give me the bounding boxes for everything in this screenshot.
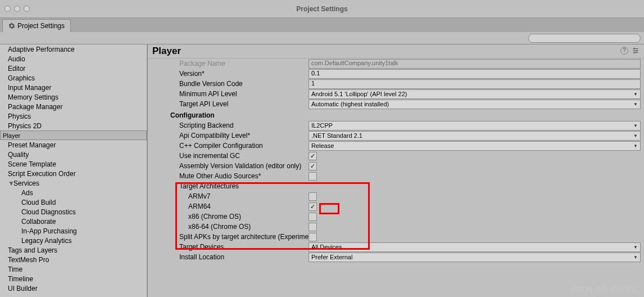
bundle-version-code-label: Bundle Version Code bbox=[179, 80, 309, 88]
mute-other-audio-sources-checkbox[interactable] bbox=[309, 172, 317, 181]
use-incremental-gc-checkbox[interactable]: ✓ bbox=[309, 152, 317, 160]
sidebar-item-quality[interactable]: Quality bbox=[0, 150, 147, 159]
sidebar-item-legacy-analytics[interactable]: Legacy Analytics bbox=[0, 236, 147, 245]
install-location-dropdown[interactable]: Prefer External▼ bbox=[309, 253, 641, 262]
use-incremental-gc-label: Use incremental GC bbox=[179, 152, 309, 160]
x86-label: x86 (Chrome OS) bbox=[188, 213, 309, 220]
chevron-down-icon: ▼ bbox=[633, 255, 638, 260]
traffic-lights bbox=[4, 6, 30, 12]
sidebar-item-collaborate[interactable]: Collaborate bbox=[0, 217, 147, 226]
main-header: Player ? bbox=[148, 44, 644, 58]
sidebar-resize-handle[interactable] bbox=[146, 44, 148, 297]
sidebar-item-services[interactable]: ▼Services bbox=[0, 178, 147, 188]
package-name-field[interactable]: com.DefaultCompany.unity1talk bbox=[309, 59, 641, 69]
chevron-down-icon: ▼ bbox=[633, 245, 638, 250]
main-panel: Player ? Package Name com.DefaultCompany… bbox=[148, 44, 644, 297]
mute-other-audio-sources-label: Mute Other Audio Sources* bbox=[179, 172, 309, 180]
split-apks-checkbox[interactable] bbox=[309, 233, 317, 241]
x86-64-checkbox[interactable] bbox=[309, 223, 317, 231]
toolbar: 🔍 bbox=[0, 32, 644, 44]
target-devices-label: Target Devices bbox=[179, 243, 309, 251]
minimum-api-level-label: Minimum API Level bbox=[179, 90, 309, 98]
x86-checkbox[interactable] bbox=[309, 213, 317, 221]
arm64-checkbox[interactable]: ✓ bbox=[309, 202, 317, 211]
sidebar-item-timeline[interactable]: Timeline bbox=[0, 274, 147, 284]
target-api-level-dropdown[interactable]: Automatic (highest installed)▼ bbox=[309, 100, 641, 109]
x86-64-label: x86-64 (Chrome OS) bbox=[188, 223, 309, 231]
search-input[interactable] bbox=[528, 34, 641, 43]
version-label: Version* bbox=[179, 70, 309, 78]
chevron-down-icon: ▼ bbox=[633, 123, 638, 128]
sidebar-item-textmesh-pro[interactable]: TextMesh Pro bbox=[0, 255, 147, 264]
cpp-compiler-config-dropdown[interactable]: Release▼ bbox=[309, 141, 641, 151]
target-api-level-label: Target API Level bbox=[179, 100, 309, 108]
sidebar-item-ui-builder[interactable]: UI Builder bbox=[0, 284, 147, 293]
sidebar-item-memory-settings[interactable]: Memory Settings bbox=[0, 92, 147, 102]
chevron-down-icon: ▼ bbox=[633, 133, 638, 138]
configuration-section-label: Configuration bbox=[170, 109, 641, 120]
maximize-window-button[interactable] bbox=[24, 6, 30, 12]
sidebar-item-player[interactable]: Player bbox=[0, 130, 147, 140]
chevron-down-icon: ▼ bbox=[633, 102, 638, 107]
sidebar-item-time[interactable]: Time bbox=[0, 264, 147, 274]
page-title: Player bbox=[152, 46, 181, 57]
sidebar-item-editor[interactable]: Editor bbox=[0, 64, 147, 73]
tab-label: Project Settings bbox=[17, 22, 65, 30]
sidebar-item-script-execution-order[interactable]: Script Execution Order bbox=[0, 169, 147, 178]
sidebar-item-preset-manager[interactable]: Preset Manager bbox=[0, 140, 147, 150]
close-window-button[interactable] bbox=[4, 6, 11, 12]
sidebar-item-ads[interactable]: Ads bbox=[0, 188, 147, 197]
install-location-label: Install Location bbox=[179, 253, 309, 261]
scripting-backend-dropdown[interactable]: IL2CPP▼ bbox=[309, 121, 641, 130]
sidebar-item-in-app-purchasing[interactable]: In-App Purchasing bbox=[0, 226, 147, 236]
cpp-compiler-config-label: C++ Compiler Configuration bbox=[179, 142, 309, 150]
armv7-checkbox[interactable] bbox=[309, 192, 317, 201]
tab-bar: Project Settings bbox=[0, 18, 644, 32]
sidebar: Adaptive Performance Audio Editor Graphi… bbox=[0, 44, 148, 297]
sidebar-item-input-manager[interactable]: Input Manager bbox=[0, 83, 147, 92]
window-title: Project Settings bbox=[0, 0, 644, 18]
sidebar-item-graphics[interactable]: Graphics bbox=[0, 73, 147, 83]
package-name-label: Package Name bbox=[179, 60, 309, 68]
sidebar-item-adaptive-performance[interactable]: Adaptive Performance bbox=[0, 44, 147, 54]
bundle-version-code-field[interactable]: 1 bbox=[309, 79, 641, 89]
sidebar-item-physics-2d[interactable]: Physics 2D bbox=[0, 121, 147, 130]
armv7-label: ARMv7 bbox=[188, 192, 309, 200]
version-field[interactable]: 0.1 bbox=[309, 69, 641, 79]
assembly-version-validation-checkbox[interactable]: ✓ bbox=[309, 162, 317, 170]
sidebar-item-cloud-diagnostics[interactable]: Cloud Diagnostics bbox=[0, 207, 147, 217]
api-compatibility-level-label: Api Compatibility Level* bbox=[179, 132, 309, 140]
sidebar-item-package-manager[interactable]: Package Manager bbox=[0, 102, 147, 111]
chevron-down-icon: ▼ bbox=[633, 92, 638, 97]
preset-button[interactable] bbox=[632, 47, 640, 56]
tab-project-settings[interactable]: Project Settings bbox=[2, 19, 71, 32]
scripting-backend-label: Scripting Backend bbox=[179, 122, 309, 129]
sliders-icon bbox=[632, 47, 640, 55]
sidebar-item-tags-and-layers[interactable]: Tags and Layers bbox=[0, 245, 147, 255]
sidebar-item-scene-template[interactable]: Scene Template bbox=[0, 159, 147, 169]
target-architectures-label: Target Architectures bbox=[179, 182, 309, 190]
api-compatibility-level-dropdown[interactable]: .NET Standard 2.1▼ bbox=[309, 131, 641, 141]
arm64-label: ARM64 bbox=[188, 202, 309, 210]
gear-icon bbox=[8, 22, 15, 29]
sidebar-item-physics[interactable]: Physics bbox=[0, 111, 147, 121]
target-devices-dropdown[interactable]: All Devices▼ bbox=[309, 242, 641, 252]
minimum-api-level-dropdown[interactable]: Android 5.1 'Lollipop' (API level 22)▼ bbox=[309, 89, 641, 99]
sidebar-item-audio[interactable]: Audio bbox=[0, 54, 147, 64]
chevron-down-icon: ▼ bbox=[8, 179, 12, 187]
help-button[interactable]: ? bbox=[620, 47, 628, 55]
sidebar-item-cloud-build[interactable]: Cloud Build bbox=[0, 197, 147, 207]
minimize-window-button[interactable] bbox=[14, 6, 20, 12]
window-titlebar: Project Settings bbox=[0, 0, 644, 18]
watermark: CSDN @八哥记笔记 bbox=[572, 285, 638, 295]
chevron-down-icon: ▼ bbox=[633, 143, 638, 148]
